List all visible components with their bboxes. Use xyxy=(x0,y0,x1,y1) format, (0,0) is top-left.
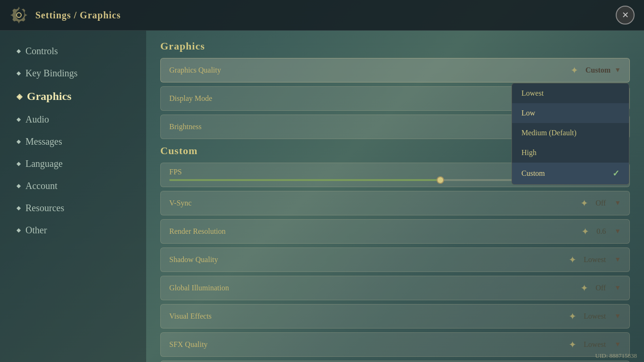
graphics-quality-dropdown[interactable]: Custom ▼ xyxy=(586,66,621,74)
option-custom[interactable]: Custom ✓ xyxy=(512,163,629,184)
graphics-quality-label: Graphics Quality xyxy=(169,66,570,74)
sidebar-item-account[interactable]: ◆ Account xyxy=(0,175,146,197)
bullet-icon: ◆ xyxy=(17,160,21,167)
sidebar-item-resources[interactable]: ◆ Resources xyxy=(0,197,146,219)
sfx-quality-dropdown[interactable]: Lowest ▼ xyxy=(584,340,621,349)
bullet-icon: ◆ xyxy=(17,182,21,189)
sidebar-label-key-bindings: Key Bindings xyxy=(25,68,78,79)
sfx-quality-row[interactable]: SFX Quality ✦ Lowest ▼ xyxy=(160,332,630,357)
header-title: Settings / Graphics xyxy=(35,10,121,21)
star-icon: ✦ xyxy=(569,311,577,322)
active-bullet-icon: ◈ xyxy=(17,92,22,101)
visual-effects-dropdown[interactable]: Lowest ▼ xyxy=(584,312,621,321)
option-low[interactable]: Low xyxy=(512,103,629,123)
sidebar-label-audio: Audio xyxy=(25,114,49,125)
render-resolution-value: 0.6 xyxy=(596,227,606,236)
sidebar: ◆ Controls ◆ Key Bindings ◈ Graphics ◆ A… xyxy=(0,31,146,362)
v-sync-label: V-Sync xyxy=(169,199,580,207)
sidebar-item-language[interactable]: ◆ Language xyxy=(0,153,146,175)
bullet-icon: ◆ xyxy=(17,227,21,234)
fps-slider-thumb[interactable] xyxy=(437,176,444,184)
close-button[interactable]: ✕ xyxy=(616,6,635,25)
option-medium[interactable]: Medium (Default) xyxy=(512,123,629,143)
visual-effects-row[interactable]: Visual Effects ✦ Lowest ▼ xyxy=(160,304,630,329)
global-illumination-dropdown[interactable]: Off ▼ xyxy=(595,284,621,292)
shadow-quality-dropdown[interactable]: Lowest ▼ xyxy=(584,255,621,264)
option-high-label: High xyxy=(521,148,537,157)
uid-display: UID: 888715838 xyxy=(595,352,637,360)
sidebar-label-graphics: Graphics xyxy=(27,90,72,103)
sidebar-label-controls: Controls xyxy=(25,46,58,57)
bullet-icon: ◆ xyxy=(17,48,21,55)
v-sync-value: Off xyxy=(595,199,606,207)
dropdown-arrow-icon: ▼ xyxy=(614,66,621,74)
sidebar-item-controls[interactable]: ◆ Controls xyxy=(0,40,146,62)
bullet-icon: ◆ xyxy=(17,116,21,123)
dropdown-arrow-icon: ▼ xyxy=(614,256,621,263)
shadow-quality-value: Lowest xyxy=(584,255,606,264)
bullet-icon: ◆ xyxy=(17,138,21,145)
dropdown-arrow-icon: ▼ xyxy=(614,341,621,348)
sidebar-item-audio[interactable]: ◆ Audio xyxy=(0,108,146,131)
global-illumination-label: Global Illumination xyxy=(169,284,580,292)
header: Settings / Graphics ✕ xyxy=(0,0,644,31)
sfx-quality-value: Lowest xyxy=(584,340,606,349)
option-low-label: Low xyxy=(521,109,535,117)
star-icon: ✦ xyxy=(569,254,577,265)
render-resolution-label: Render Resolution xyxy=(169,227,581,236)
sidebar-label-account: Account xyxy=(25,181,58,191)
graphics-quality-dropdown-popup: Lowest Low Medium (Default) High Custom … xyxy=(512,83,629,185)
bullet-icon: ◆ xyxy=(17,70,21,77)
star-icon: ✦ xyxy=(580,282,588,294)
visual-effects-value: Lowest xyxy=(584,312,606,321)
visual-effects-label: Visual Effects xyxy=(169,312,569,321)
sidebar-label-resources: Resources xyxy=(25,203,64,214)
checkmark-icon: ✓ xyxy=(612,168,619,179)
dropdown-arrow-icon: ▼ xyxy=(614,284,621,292)
content-area: Graphics Graphics Quality ✦ Custom ▼ Low… xyxy=(146,31,644,362)
option-medium-label: Medium (Default) xyxy=(521,129,577,137)
dropdown-arrow-icon: ▼ xyxy=(614,199,621,207)
sidebar-item-key-bindings[interactable]: ◆ Key Bindings xyxy=(0,62,146,84)
render-resolution-row[interactable]: Render Resolution ✦ 0.6 ▼ xyxy=(160,219,630,244)
sidebar-item-graphics[interactable]: ◈ Graphics xyxy=(0,84,146,108)
option-custom-label: Custom xyxy=(521,169,545,178)
dropdown-arrow-icon: ▼ xyxy=(614,228,621,235)
option-lowest-label: Lowest xyxy=(521,89,544,98)
graphics-section-header: Graphics xyxy=(160,40,630,52)
star-icon: ✦ xyxy=(580,197,588,209)
graphics-quality-row[interactable]: Graphics Quality ✦ Custom ▼ Lowest Low M… xyxy=(160,58,630,82)
v-sync-row[interactable]: V-Sync ✦ Off ▼ xyxy=(160,191,630,215)
global-illumination-row[interactable]: Global Illumination ✦ Off ▼ xyxy=(160,276,630,300)
gear-icon xyxy=(9,6,28,25)
v-sync-dropdown[interactable]: Off ▼ xyxy=(595,199,621,207)
sidebar-label-other: Other xyxy=(25,225,47,236)
global-illumination-value: Off xyxy=(595,284,606,292)
bullet-icon: ◆ xyxy=(17,205,21,212)
sidebar-label-language: Language xyxy=(25,158,63,169)
star-icon: ✦ xyxy=(569,339,577,350)
option-high[interactable]: High xyxy=(512,143,629,163)
render-resolution-dropdown[interactable]: 0.6 ▼ xyxy=(596,227,621,236)
sfx-quality-label: SFX Quality xyxy=(169,340,569,349)
option-lowest[interactable]: Lowest xyxy=(512,83,629,103)
sidebar-item-messages[interactable]: ◆ Messages xyxy=(0,131,146,153)
dropdown-arrow-icon: ▼ xyxy=(614,313,621,320)
shadow-quality-row[interactable]: Shadow Quality ✦ Lowest ▼ xyxy=(160,247,630,272)
graphics-quality-value: Custom xyxy=(586,66,611,74)
sidebar-label-messages: Messages xyxy=(25,136,62,147)
star-icon: ✦ xyxy=(581,226,589,237)
main-layout: ◆ Controls ◆ Key Bindings ◈ Graphics ◆ A… xyxy=(0,31,644,362)
star-icon: ✦ xyxy=(570,65,578,76)
sidebar-item-other[interactable]: ◆ Other xyxy=(0,219,146,241)
shadow-quality-label: Shadow Quality xyxy=(169,255,569,264)
